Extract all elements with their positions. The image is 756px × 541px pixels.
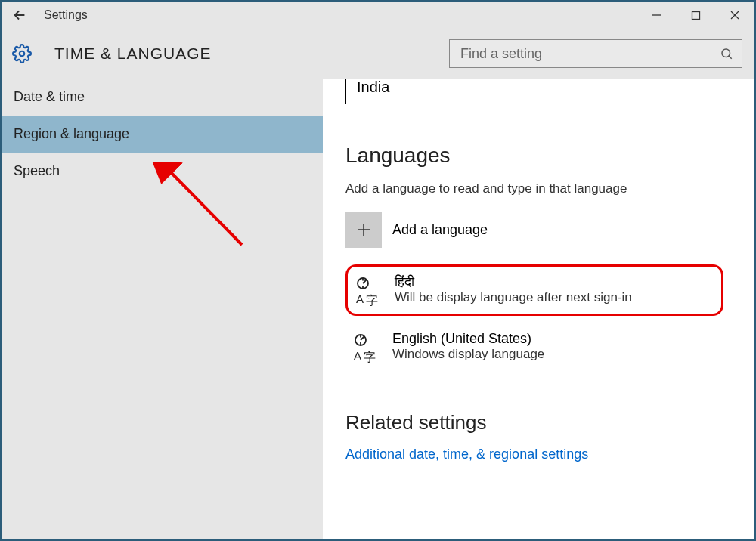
svg-line-6 (729, 56, 732, 59)
language-sub: Will be display language after next sign… (395, 290, 632, 305)
svg-point-4 (20, 51, 25, 57)
svg-text:字: 字 (366, 294, 378, 306)
add-language-row[interactable]: Add a language (345, 212, 754, 248)
search-input[interactable] (450, 46, 711, 62)
language-name: हिंदी (395, 274, 632, 290)
titlebar: Settings (2, 2, 754, 29)
minimize-button[interactable] (637, 2, 676, 29)
language-item-hindi[interactable]: A 字 हिंदी Will be display language after… (345, 264, 723, 316)
sidebar: Date & time Region & language Speech (2, 79, 323, 539)
language-item-english[interactable]: A 字 English (United States) Windows disp… (345, 323, 723, 370)
sidebar-item-speech[interactable]: Speech (2, 153, 323, 190)
svg-text:A: A (356, 292, 364, 305)
window-controls (637, 2, 754, 29)
window-title: Settings (44, 8, 88, 22)
sidebar-item-label: Date & time (14, 89, 85, 104)
language-icon: A 字 (352, 332, 379, 363)
language-name: English (United States) (392, 331, 544, 347)
svg-point-5 (722, 49, 730, 57)
related-link[interactable]: Additional date, time, & regional settin… (345, 447, 588, 462)
language-sub: Windows display language (392, 347, 544, 362)
maximize-button[interactable] (676, 2, 715, 29)
plus-icon (355, 221, 373, 239)
languages-desc: Add a language to read and type in that … (345, 181, 754, 196)
content: Date & time Region & language Speech Ind… (2, 79, 754, 539)
country-dropdown[interactable]: India (345, 79, 708, 104)
sidebar-item-label: Region & language (14, 126, 129, 141)
main-panel: India Languages Add a language to read a… (323, 79, 754, 539)
page-title: TIME & LANGUAGE (54, 45, 212, 63)
sidebar-item-date-time[interactable]: Date & time (2, 79, 323, 116)
svg-text:字: 字 (364, 351, 376, 363)
add-language-label: Add a language (392, 222, 488, 238)
subheader: TIME & LANGUAGE (2, 29, 754, 79)
add-language-button[interactable] (345, 212, 382, 248)
language-icon: A 字 (354, 276, 381, 306)
sidebar-item-label: Speech (14, 163, 60, 178)
minimize-icon (651, 10, 662, 20)
close-icon (730, 10, 740, 20)
search-icon (711, 47, 742, 60)
related-heading: Related settings (345, 411, 754, 434)
language-list: A 字 हिंदी Will be display language after… (345, 264, 754, 370)
gear-icon (12, 44, 32, 63)
back-button[interactable] (2, 2, 38, 29)
close-button[interactable] (715, 2, 754, 29)
search-box[interactable] (449, 39, 742, 68)
svg-text:A: A (354, 349, 361, 362)
back-arrow-icon (11, 7, 28, 23)
svg-rect-1 (692, 11, 699, 19)
country-value: India (357, 79, 389, 95)
sidebar-item-region-language[interactable]: Region & language (2, 116, 323, 153)
maximize-icon (691, 11, 701, 20)
languages-heading: Languages (345, 144, 754, 168)
